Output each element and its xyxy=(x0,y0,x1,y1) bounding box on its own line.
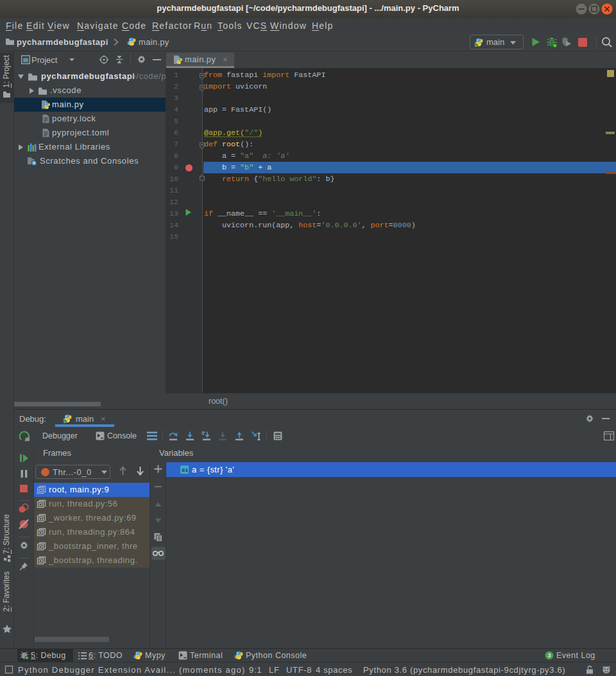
svg-text:3: 3 xyxy=(547,652,551,659)
